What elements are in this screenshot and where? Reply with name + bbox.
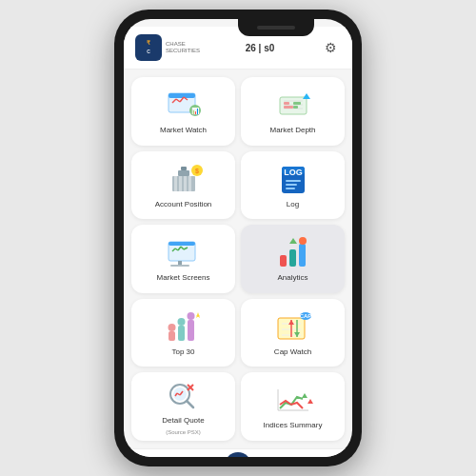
svg-rect-18 bbox=[293, 106, 298, 109]
notch bbox=[238, 19, 314, 36]
svg-rect-43 bbox=[170, 265, 189, 267]
indices-summary-label: Indices Summary bbox=[264, 421, 323, 430]
svg-rect-21 bbox=[178, 170, 189, 176]
svg-marker-77 bbox=[307, 399, 313, 404]
svg-text:CAP: CAP bbox=[299, 313, 311, 319]
analytics-icon bbox=[272, 235, 314, 269]
log-icon: LOG bbox=[272, 162, 314, 196]
svg-rect-26 bbox=[188, 176, 191, 191]
market-depth-label: Market Depth bbox=[269, 126, 315, 135]
svg-rect-24 bbox=[179, 176, 182, 191]
svg-rect-25 bbox=[184, 176, 187, 191]
svg-text:C: C bbox=[147, 49, 150, 54]
main-grid: 📊 Market Watch bbox=[124, 69, 352, 448]
grid-item-analytics[interactable]: Analytics bbox=[241, 225, 345, 293]
grid-item-top30[interactable]: Top 30 bbox=[131, 299, 235, 367]
cap-watch-icon: CAP bbox=[272, 309, 314, 344]
svg-rect-45 bbox=[289, 249, 296, 267]
header-status: 26 | s0 bbox=[246, 43, 275, 53]
svg-rect-53 bbox=[188, 320, 194, 341]
grid-item-market-watch[interactable]: 📊 Market Watch bbox=[131, 77, 235, 146]
detail-quote-sublabel: (Source PSX) bbox=[166, 429, 201, 435]
grid-item-detail-quote[interactable]: Detail Quote (Source PSX) bbox=[131, 372, 235, 441]
app-screen: ₹ C CHASE SECURITIES 26 | s0 ⚙ bbox=[124, 19, 352, 457]
account-position-label: Account Position bbox=[155, 200, 212, 209]
cap-watch-label: Cap Watch bbox=[274, 347, 311, 357]
svg-rect-23 bbox=[174, 176, 177, 191]
nav-menu[interactable]: ☰ bbox=[225, 452, 251, 457]
top30-label: Top 30 bbox=[171, 347, 194, 357]
grid-item-market-depth[interactable]: Market Depth bbox=[241, 77, 345, 146]
grid-item-indices-summary[interactable]: Indices Summary bbox=[241, 372, 345, 441]
analytics-label: Analytics bbox=[277, 273, 307, 283]
market-screens-icon bbox=[163, 235, 205, 269]
logo-area: ₹ C CHASE SECURITIES bbox=[135, 34, 200, 61]
svg-text:LOG: LOG bbox=[284, 168, 303, 177]
phone-frame: ₹ C CHASE SECURITIES 26 | s0 ⚙ bbox=[114, 10, 362, 466]
bottom-navigation: 🏠 🔒 ☰ 👍 ⏻ bbox=[124, 448, 352, 457]
settings-button[interactable]: ⚙ bbox=[320, 37, 341, 58]
nav-power[interactable]: ⏻ bbox=[310, 452, 337, 457]
svg-rect-34 bbox=[286, 188, 295, 189]
nav-home[interactable]: 🏠 bbox=[139, 452, 166, 457]
svg-rect-33 bbox=[286, 184, 297, 186]
svg-marker-76 bbox=[302, 393, 307, 398]
svg-point-54 bbox=[187, 312, 194, 320]
nav-lock[interactable]: 🔒 bbox=[182, 452, 208, 457]
svg-point-50 bbox=[168, 324, 175, 331]
top-30-icon bbox=[163, 309, 205, 344]
svg-rect-51 bbox=[178, 326, 185, 341]
detail-quote-label: Detail Quote bbox=[162, 416, 204, 426]
svg-marker-55 bbox=[196, 312, 200, 318]
svg-rect-44 bbox=[280, 255, 287, 267]
grid-item-market-screens[interactable]: Market Screens bbox=[131, 225, 235, 293]
svg-rect-36 bbox=[169, 242, 195, 246]
market-watch-icon: 📊 bbox=[163, 88, 205, 122]
svg-text:📊: 📊 bbox=[190, 107, 199, 115]
phone-screen: ₹ C CHASE SECURITIES 26 | s0 ⚙ bbox=[124, 19, 352, 457]
market-watch-label: Market Watch bbox=[160, 126, 207, 135]
grid-item-log[interactable]: LOG Log bbox=[241, 151, 345, 220]
svg-rect-42 bbox=[178, 261, 182, 265]
svg-rect-17 bbox=[293, 102, 301, 105]
svg-line-68 bbox=[187, 401, 193, 407]
market-screens-label: Market Screens bbox=[156, 273, 209, 283]
grid-item-account-position[interactable]: $ Account Position bbox=[131, 151, 235, 220]
svg-marker-48 bbox=[289, 238, 297, 244]
log-label: Log bbox=[287, 200, 299, 209]
svg-rect-46 bbox=[299, 244, 306, 267]
svg-rect-22 bbox=[181, 167, 187, 170]
grid-item-cap-watch[interactable]: CAP Cap Watch bbox=[241, 299, 345, 367]
market-depth-icon bbox=[272, 88, 314, 122]
svg-rect-0 bbox=[135, 34, 162, 61]
app-header: ₹ C CHASE SECURITIES 26 | s0 ⚙ bbox=[124, 27, 352, 69]
chase-logo-icon: ₹ C bbox=[135, 34, 162, 61]
nav-thumb[interactable]: 👍 bbox=[268, 452, 294, 457]
svg-rect-4 bbox=[169, 93, 195, 98]
svg-marker-19 bbox=[303, 93, 310, 99]
svg-text:₹: ₹ bbox=[147, 40, 150, 46]
logo-text: CHASE SECURITIES bbox=[166, 41, 200, 53]
indices-summary-icon bbox=[272, 383, 314, 417]
svg-text:$: $ bbox=[195, 168, 199, 175]
svg-rect-11 bbox=[280, 97, 307, 114]
detail-quote-icon bbox=[163, 378, 205, 412]
svg-rect-15 bbox=[284, 102, 289, 105]
svg-rect-16 bbox=[284, 106, 293, 109]
svg-point-47 bbox=[299, 237, 307, 245]
svg-rect-49 bbox=[169, 331, 175, 341]
svg-point-52 bbox=[177, 318, 185, 326]
account-position-icon: $ bbox=[163, 162, 205, 196]
svg-rect-32 bbox=[286, 180, 301, 182]
